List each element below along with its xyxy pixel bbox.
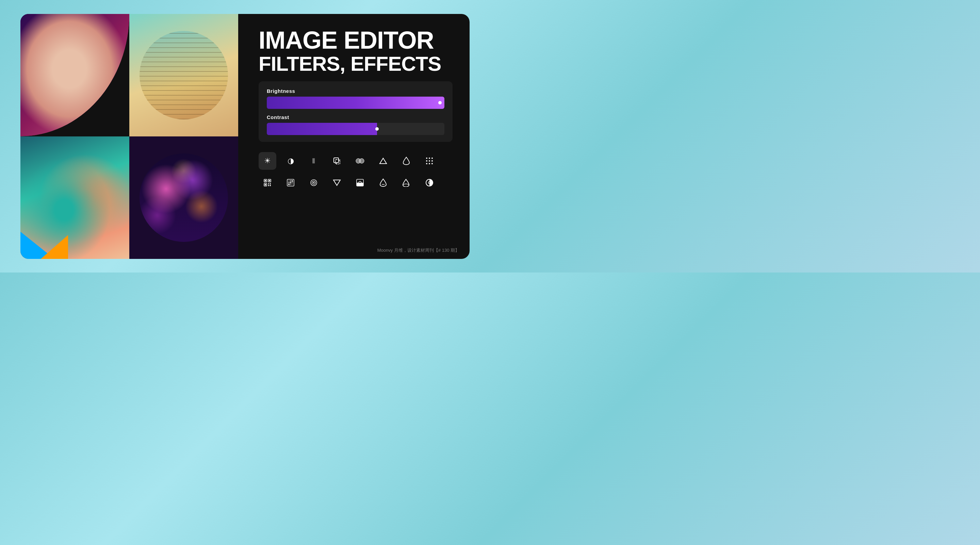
footer: Moonvy 月维，设计素材周刊【# 130 期】 — [377, 247, 460, 253]
geometric-shapes — [21, 225, 72, 259]
crop-icon-btn[interactable] — [328, 152, 346, 170]
qr-icon-btn[interactable] — [259, 174, 276, 192]
radial-svg-icon — [310, 179, 318, 187]
svg-point-12 — [431, 160, 433, 162]
brightness-label: Brightness — [267, 88, 444, 94]
svg-point-10 — [426, 160, 427, 162]
svg-point-14 — [429, 163, 430, 164]
vertical-bars-icon: ⦀ — [312, 157, 316, 165]
channels-svg-icon — [356, 157, 364, 164]
right-panel: IMAGE EDITOR FILTERS, EFFECTS Brightness… — [238, 14, 469, 259]
left-panel — [21, 14, 238, 259]
icons-row-2 — [259, 174, 453, 192]
svg-rect-29 — [292, 180, 293, 182]
lines-icon-btn[interactable]: ⦀ — [305, 152, 323, 170]
title-line1: IMAGE EDITOR — [259, 27, 453, 53]
svg-rect-23 — [270, 183, 271, 184]
eye-icon-btn[interactable] — [421, 174, 438, 192]
svg-point-13 — [426, 163, 427, 164]
brightness-icon-btn[interactable]: ☀ — [259, 152, 276, 170]
svg-rect-25 — [270, 185, 271, 186]
brightness-handle[interactable] — [438, 101, 442, 105]
svg-rect-32 — [292, 182, 293, 183]
svg-rect-17 — [265, 180, 266, 181]
channels-icon-btn[interactable] — [351, 152, 369, 170]
triangle-up-svg-icon — [379, 157, 387, 165]
svg-marker-39 — [334, 180, 340, 186]
drop-icon-btn[interactable] — [398, 152, 415, 170]
svg-point-38 — [313, 182, 314, 183]
invert-svg-icon — [356, 179, 364, 187]
image-woman — [21, 14, 129, 137]
title-section: IMAGE EDITOR FILTERS, EFFECTS — [259, 27, 453, 75]
svg-rect-35 — [292, 184, 293, 185]
orange-triangle — [41, 235, 68, 259]
svg-rect-21 — [265, 184, 266, 186]
drop-svg-icon — [402, 156, 410, 165]
grid-dots-icon-btn[interactable] — [421, 152, 438, 170]
grid-dots-svg-icon — [425, 157, 434, 165]
main-card: IMAGE EDITOR FILTERS, EFFECTS Brightness… — [21, 14, 469, 259]
svg-point-8 — [429, 157, 430, 159]
icons-row-1: ☀ ◑ ⦀ — [259, 152, 453, 170]
svg-point-5 — [360, 159, 364, 163]
eye-svg-icon — [425, 179, 434, 187]
dither-svg-icon — [286, 179, 295, 187]
svg-point-7 — [426, 157, 427, 159]
triangle-down-svg-icon — [333, 179, 341, 187]
svg-point-9 — [431, 157, 433, 159]
contrast-slider-row: Contrast — [267, 114, 444, 135]
sun-icon: ☀ — [264, 157, 271, 165]
paint-icon-btn[interactable] — [398, 174, 415, 192]
half-circle-icon: ◑ — [288, 157, 294, 165]
svg-rect-24 — [268, 185, 269, 186]
icons-section: ☀ ◑ ⦀ — [259, 152, 453, 192]
drop2-svg-icon — [379, 178, 387, 187]
crop-svg-icon — [333, 157, 341, 165]
svg-rect-0 — [334, 158, 339, 163]
contrast-label: Contrast — [267, 114, 444, 120]
svg-rect-28 — [290, 180, 291, 182]
contrast-handle[interactable] — [375, 127, 379, 130]
image-building — [129, 14, 238, 137]
title-line2: FILTERS, EFFECTS — [259, 53, 453, 75]
sliders-section: Brightness Contrast — [259, 81, 453, 142]
brightness-slider-row: Brightness — [267, 88, 444, 109]
svg-rect-27 — [288, 180, 290, 182]
triangle-up-icon-btn[interactable] — [374, 152, 392, 170]
image-market — [129, 137, 238, 259]
svg-rect-30 — [288, 182, 290, 183]
contrast-icon-btn[interactable]: ◑ — [282, 152, 299, 170]
svg-rect-22 — [268, 183, 269, 184]
svg-rect-19 — [269, 180, 270, 181]
svg-point-15 — [431, 163, 433, 164]
drop2-icon-btn[interactable] — [374, 174, 392, 192]
svg-rect-33 — [288, 184, 290, 185]
svg-marker-6 — [380, 158, 387, 164]
svg-rect-31 — [290, 182, 291, 183]
triangle-down-icon-btn[interactable] — [328, 174, 346, 192]
invert-icon-btn[interactable] — [351, 174, 369, 192]
dither-icon-btn[interactable] — [282, 174, 299, 192]
footer-text: Moonvy 月维，设计素材周刊【# 130 期】 — [377, 248, 460, 253]
paint-svg-icon — [402, 179, 410, 187]
svg-point-11 — [429, 160, 430, 162]
svg-rect-34 — [290, 184, 291, 185]
brightness-slider[interactable] — [267, 97, 444, 109]
qr-svg-icon — [263, 179, 272, 187]
radial-icon-btn[interactable] — [305, 174, 323, 192]
contrast-slider[interactable] — [267, 123, 444, 135]
